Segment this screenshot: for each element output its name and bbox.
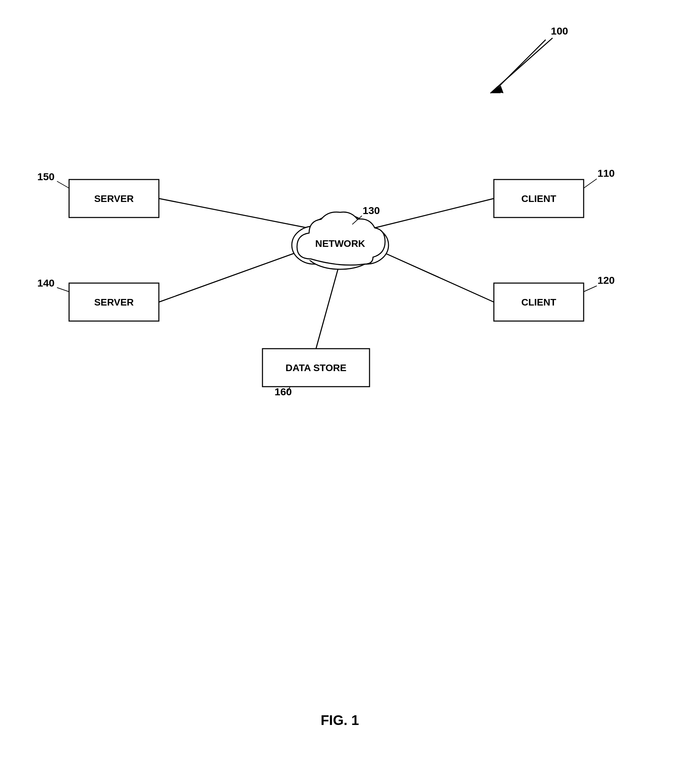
figure-caption: FIG. 1 [321, 713, 359, 728]
ref-150: 150 [37, 171, 55, 182]
svg-text:NETWORK: NETWORK [315, 238, 365, 249]
svg-text:CLIENT: CLIENT [521, 297, 556, 308]
ref-120: 120 [597, 275, 615, 286]
svg-line-6 [316, 262, 340, 349]
svg-line-2 [159, 198, 307, 228]
svg-line-32 [584, 286, 597, 292]
svg-text:DATA STORE: DATA STORE [286, 363, 346, 373]
svg-line-26 [494, 40, 546, 91]
svg-text:SERVER: SERVER [94, 297, 134, 308]
svg-line-31 [584, 179, 597, 188]
diagram-svg: NETWORK SERVER SERVER CLIENT CLIENT DATA… [0, 0, 680, 784]
ref-110: 110 [597, 167, 615, 179]
ref-100: 100 [551, 25, 568, 36]
ref-130: 130 [363, 205, 380, 216]
svg-line-29 [57, 181, 69, 188]
svg-text:SERVER: SERVER [94, 193, 134, 204]
svg-line-3 [159, 248, 307, 302]
svg-line-30 [57, 288, 69, 292]
diagram-container: NETWORK SERVER SERVER CLIENT CLIENT DATA… [0, 0, 680, 784]
svg-line-5 [375, 248, 494, 302]
svg-line-4 [375, 198, 494, 228]
svg-text:CLIENT: CLIENT [521, 193, 556, 204]
ref-140: 140 [37, 277, 55, 289]
